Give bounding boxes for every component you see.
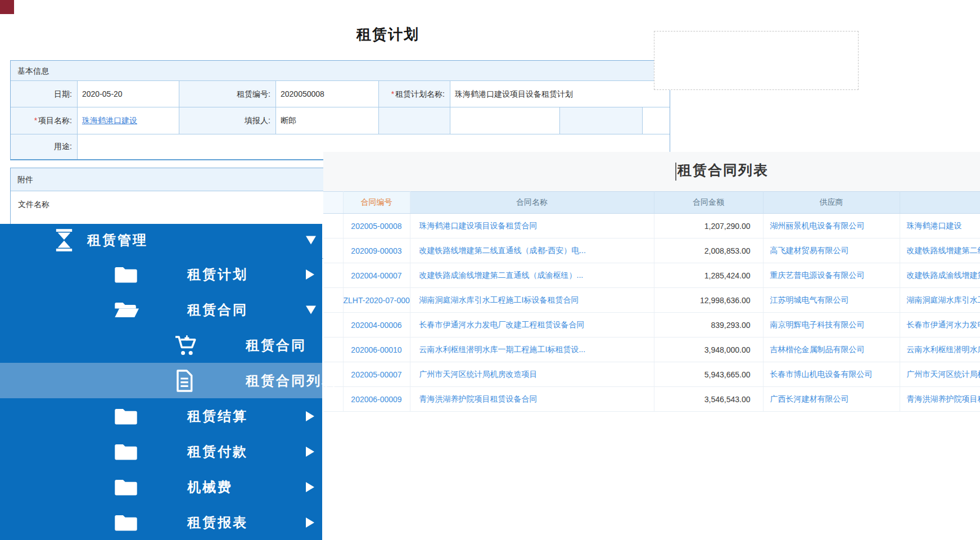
contract-no-link[interactable]: 202004-00007 (351, 271, 401, 280)
chevron-down-icon[interactable] (306, 236, 316, 245)
project-name-label: *项目名称: (11, 107, 78, 134)
contract-no-link[interactable]: 202005-00007 (351, 370, 401, 379)
supplier-link[interactable]: 高飞建材贸易有限公司 (770, 246, 849, 255)
supplier-cell: 重庆艺普电源设备有限公司 (763, 263, 900, 288)
contract-no-link[interactable]: ZLHT-2020-07-0006 (344, 296, 410, 305)
empty-value-cell (450, 107, 560, 134)
sidebar-item-rental-report[interactable]: 租赁报表 (0, 505, 322, 540)
amount-cell: 839,293.00 (654, 313, 763, 338)
sidebar-item-rental-plan[interactable]: 租赁计划 (0, 256, 322, 292)
purpose-label: 用途: (11, 134, 78, 159)
amount-cell: 3,546,543.00 (654, 387, 763, 412)
contract-no-link[interactable]: 202009-00003 (351, 246, 401, 255)
chevron-right-icon[interactable] (306, 269, 314, 280)
supplier-link[interactable]: 长春市博山机电设备有限公司 (770, 370, 873, 379)
table-row: 202009-00003改建铁路线增建第二线直通线（成都-西安）电...2,00… (323, 238, 980, 263)
no-cell: 202005-00008 (343, 214, 410, 238)
sidebar-item-rental-contract-list[interactable]: 租赁合同列表 (0, 363, 322, 398)
sidebar-item-label: 机械费 (187, 478, 233, 496)
rental-no-field[interactable]: 2020050008 (276, 81, 379, 107)
supplier-link[interactable]: 江苏明城电气有限公司 (770, 295, 849, 304)
contract-name-link[interactable]: 湖南洞庭湖水库引水工程施工I标设备租赁合同 (419, 295, 579, 304)
name-cell: 改建铁路线增建第二线直通线（成都-西安）电... (410, 238, 654, 263)
project-link[interactable]: 云南水利枢纽潜明水库 (907, 345, 980, 354)
column-header-amount[interactable]: 合同金额 (654, 192, 763, 214)
folder-closed-icon (114, 407, 138, 425)
contract-list-title: 租赁合同列表 (678, 161, 769, 179)
chevron-right-icon[interactable] (306, 518, 314, 528)
contract-table: 合同编号合同名称合同金额供应商 202005-00008珠海鹤港口建设项目设备租… (323, 191, 980, 412)
contract-name-link[interactable]: 长春市伊通河水力发电厂改建工程租赁设备合同 (419, 320, 585, 329)
contract-name-link[interactable]: 广州市天河区统计局机房改造项目 (419, 370, 538, 379)
project-link[interactable]: 改建铁路线增建第二线 (907, 246, 980, 255)
sidebar-item-label: 租赁合同列表 (246, 372, 337, 390)
contract-no-link[interactable]: 202006-00009 (351, 395, 401, 404)
supplier-link[interactable]: 吉林楷伦金属制品有限公司 (770, 345, 865, 354)
name-cell: 珠海鹤港口建设项目设备租赁合同 (410, 214, 654, 238)
sidebar-item-rental-contract[interactable]: 租赁合同 (0, 292, 322, 327)
contract-name-link[interactable]: 青海洪湖养护院项目租赁设备合同 (419, 394, 538, 403)
chevron-right-icon[interactable] (306, 411, 314, 421)
table-row: 202006-00009青海洪湖养护院项目租赁设备合同3,546,543.00广… (323, 387, 980, 412)
column-header-name[interactable]: 合同名称 (410, 192, 654, 214)
supplier-link[interactable]: 湖州丽景机电设备有限公司 (770, 221, 865, 230)
folder-closed-icon (114, 266, 138, 284)
project-link[interactable]: 广州市天河区统计局机房 (907, 370, 980, 379)
name-cell: 广州市天河区统计局机房改造项目 (410, 362, 654, 387)
column-header-supplier[interactable]: 供应商 (763, 192, 900, 214)
sidebar-item-rental-contract-entry[interactable]: 租赁合同 (0, 327, 322, 363)
sidebar-item-label: 租赁管理 (87, 231, 148, 249)
contract-name-link[interactable]: 珠海鹤港口建设项目设备租赁合同 (419, 221, 538, 230)
project-name-link[interactable]: 珠海鹤港口建设 (82, 116, 137, 125)
sidebar-item-label: 租赁报表 (187, 514, 248, 532)
contract-table-body: 202005-00008珠海鹤港口建设项目设备租赁合同1,207,290.00湖… (323, 214, 980, 412)
supplier-link[interactable]: 广西长河建材有限公司 (770, 394, 849, 403)
folder-closed-icon (114, 514, 138, 532)
contract-no-link[interactable]: 202004-00006 (351, 321, 401, 330)
project-link[interactable]: 珠海鹤港口建设 (907, 221, 962, 230)
plan-name-field[interactable]: 珠海鹤港口建设项目设备租赁计划 (450, 81, 670, 107)
sidebar-item-rental-management[interactable]: 租赁管理 (0, 224, 322, 256)
date-field[interactable]: 2020-05-20 (78, 81, 179, 107)
name-cell: 青海洪湖养护院项目租赁设备合同 (410, 387, 654, 412)
contract-name-link[interactable]: 云南水利枢纽潜明水库一期工程施工I标租赁设... (419, 345, 586, 354)
contract-name-link[interactable]: 改建铁路成渝线增建第二直通线（成渝枢纽）... (419, 271, 584, 280)
empty-label-cell (560, 107, 643, 134)
contract-no-link[interactable]: 202005-00008 (351, 222, 401, 231)
table-row: 202006-00010云南水利枢纽潜明水库一期工程施工I标租赁设...3,94… (323, 338, 980, 362)
table-row: 202005-00008珠海鹤港口建设项目设备租赁合同1,207,290.00湖… (323, 214, 980, 238)
dashed-placeholder (654, 31, 859, 90)
no-cell: 202004-00007 (343, 263, 410, 288)
plan-name-label: *租赁计划名称: (379, 81, 450, 107)
no-cell: 202005-00007 (343, 362, 410, 387)
reporter-field[interactable]: 断郎 (276, 107, 379, 134)
chevron-right-icon[interactable] (306, 482, 314, 492)
empty-value-cell (643, 107, 670, 134)
spacer-cell (323, 387, 343, 412)
sidebar-item-machinery-fee[interactable]: 机械费 (0, 469, 322, 505)
folder-open-icon (114, 301, 139, 319)
project-cell: 珠海鹤港口建设 (900, 214, 980, 238)
chevron-down-icon[interactable] (306, 305, 316, 314)
sidebar-menu: 租赁管理租赁计划租赁合同租赁合同租赁合同列表租赁结算租赁付款机械费租赁报表 (0, 224, 322, 540)
contract-no-link[interactable]: 202006-00010 (351, 345, 401, 354)
column-header-no[interactable]: 合同编号 (343, 192, 410, 214)
text-caret (675, 163, 676, 181)
sidebar-item-rental-payment[interactable]: 租赁付款 (0, 434, 322, 469)
column-header-project (900, 192, 980, 214)
sidebar-item-rental-settlement[interactable]: 租赁结算 (0, 398, 322, 434)
project-link[interactable]: 青海洪湖养护院项目租赁 (907, 394, 980, 403)
table-row: 202004-00006长春市伊通河水力发电厂改建工程租赁设备合同839,293… (323, 313, 980, 338)
reporter-label: 填报人: (179, 107, 276, 134)
supplier-link[interactable]: 重庆艺普电源设备有限公司 (770, 271, 865, 280)
contract-name-link[interactable]: 改建铁路线增建第二线直通线（成都-西安）电... (419, 246, 586, 255)
folder-closed-icon (114, 478, 138, 496)
project-link[interactable]: 长春市伊通河水力发电厂 (907, 320, 980, 329)
hourglass-icon (55, 229, 74, 251)
project-link[interactable]: 改建铁路成渝线增建第二 (907, 271, 980, 280)
project-link[interactable]: 湖南洞庭湖水库引水工程 (907, 295, 980, 304)
name-cell: 长春市伊通河水力发电厂改建工程租赁设备合同 (410, 313, 654, 338)
chevron-right-icon[interactable] (306, 447, 314, 457)
supplier-link[interactable]: 南京明辉电子科技有限公司 (770, 320, 865, 329)
screen: 租赁计划 基本信息 日期: 2020-05-20 租赁编号: 202005000… (0, 0, 980, 540)
